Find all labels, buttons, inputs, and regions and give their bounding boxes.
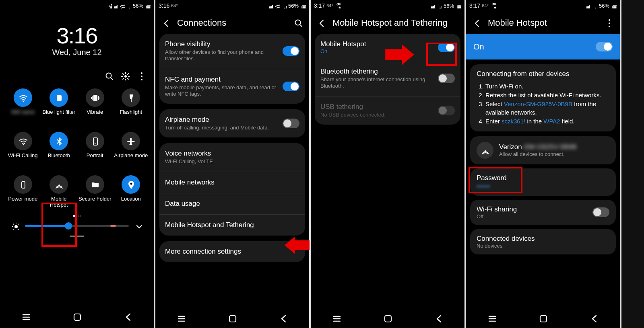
mute-status-icon	[268, 3, 274, 8]
tile-portrait[interactable]: Portrait	[78, 132, 112, 165]
nav-recents-icon[interactable]	[332, 314, 341, 323]
row-label: Data usage	[165, 200, 299, 208]
statusbar: 3:16 64° 56%	[155, 0, 309, 11]
row-wifi-sharing[interactable]: Wi-Fi sharing Off	[470, 200, 616, 225]
connected-devices-label: Connected devices	[477, 235, 535, 243]
row-mobile-hotspot[interactable]: Mobile Hotspot On	[315, 34, 460, 61]
battery-percent: 56%	[288, 3, 299, 9]
row-data-usage[interactable]: Data usage	[159, 193, 305, 214]
toggle-nfc[interactable]	[283, 82, 299, 91]
statusbar: 3:17 64° 56%	[466, 0, 620, 11]
tile-wifi-label: Wifi name	[11, 109, 35, 121]
row-label: Mobile Hotspot	[320, 40, 433, 48]
row-desc: Share your phone's internet connection u…	[320, 76, 433, 90]
statusbar: 3:17 64° 56%	[311, 0, 464, 11]
overflow-icon[interactable]	[137, 72, 146, 80]
back-button[interactable]	[473, 18, 481, 27]
nav-home-icon[interactable]	[383, 314, 392, 323]
brightness-slider[interactable]	[6, 222, 148, 230]
tile-label: Airplane mode	[114, 153, 148, 165]
tile-bluetooth[interactable]: Bluetooth	[42, 132, 76, 165]
row-connected-devices[interactable]: Connected devices No devices	[470, 229, 616, 254]
row-desc: No USB devices connected.	[320, 112, 433, 118]
nav-back-icon[interactable]	[279, 314, 288, 323]
toggle-wifi-sharing[interactable]	[592, 207, 609, 217]
toggle-mobile-hotspot[interactable]	[438, 43, 455, 52]
instruction-item: Turn Wi-Fi on.	[485, 82, 609, 91]
row-airplane-mode[interactable]: Airplane mode Turn off calling, messagin…	[159, 109, 305, 137]
instruction-item: Select Verizon-SM-G925V-0B9B from the av…	[485, 100, 609, 117]
overflow-icon[interactable]	[605, 18, 613, 27]
battery-percent: 56%	[133, 3, 143, 9]
row-desc: Allow other devices to find your phone a…	[165, 49, 278, 62]
row-label: NFC and payment	[165, 76, 278, 84]
row-network-name[interactable]: Verizon-SM-G925V-0B9B Allow all devices …	[470, 136, 616, 164]
nav-home-icon[interactable]	[72, 312, 81, 321]
toggle-phone-visibility[interactable]	[283, 46, 299, 56]
row-hotspot-tethering[interactable]: Mobile Hotspot and Tethering	[159, 214, 305, 236]
status-temp: 64°	[482, 3, 489, 8]
row-nfc-payment[interactable]: NFC and payment Make mobile payments, sh…	[159, 69, 305, 104]
panel-handle[interactable]	[70, 236, 84, 237]
tile-vibrate[interactable]: Vibrate	[78, 88, 112, 121]
toggle-bluetooth-tethering[interactable]	[438, 74, 455, 83]
signal-status-icon	[126, 3, 131, 8]
toggle-airplane[interactable]	[283, 119, 299, 128]
tile-mobile-hotspot[interactable]: Mobile Hotspot	[42, 175, 76, 208]
row-usb-tethering: USB tethering No USB devices connected.	[315, 96, 460, 125]
row-mobile-networks[interactable]: Mobile networks	[159, 172, 305, 193]
tile-airplane-mode[interactable]: Airplane mode	[114, 132, 149, 165]
row-voice-networks[interactable]: Voice networks Wi-Fi Calling, VoLTE	[159, 143, 305, 171]
tile-location[interactable]: Location	[114, 175, 149, 208]
nav-recents-icon[interactable]	[177, 314, 186, 323]
hotspot-on-banner[interactable]: On	[466, 34, 620, 59]
tile-label: Location	[121, 196, 141, 208]
nav-back-icon[interactable]	[590, 314, 599, 323]
signal-status-icon	[592, 3, 597, 8]
row-desc: Turn off calling, messaging, and Mobile …	[165, 125, 278, 131]
row-label: Mobile Hotspot and Tethering	[165, 221, 299, 229]
bluetooth-status-icon	[106, 3, 112, 8]
mute-status-icon	[113, 3, 118, 8]
back-button[interactable]	[162, 18, 171, 27]
battery-percent: 56%	[444, 3, 454, 9]
screen-quick-settings: 56% 3:16 Wed, June 12 Wifi name Blue lig…	[0, 0, 155, 328]
row-password[interactable]: Password ••••••	[470, 168, 616, 196]
status-time: 3:16	[159, 2, 169, 9]
chevron-down-icon[interactable]	[134, 222, 142, 230]
tile-label: Power mode	[8, 196, 37, 208]
nav-recents-icon[interactable]	[487, 314, 496, 323]
mute-status-icon	[430, 3, 436, 8]
settings-icon[interactable]	[121, 72, 130, 80]
wifi-status-icon	[275, 3, 280, 8]
search-icon[interactable]	[294, 18, 303, 27]
tile-wifi[interactable]: Wifi name	[6, 88, 40, 121]
tile-flashlight[interactable]: Flashlight	[114, 88, 149, 121]
row-phone-visibility[interactable]: Phone visibility Allow other devices to …	[159, 34, 305, 69]
row-label: More connection settings	[165, 248, 299, 256]
mute-status-icon	[585, 3, 591, 8]
nav-back-icon[interactable]	[124, 312, 132, 321]
tile-secure-folder[interactable]: Secure Folder	[78, 175, 112, 208]
search-icon[interactable]	[105, 72, 114, 80]
wifi-status-icon	[119, 3, 125, 8]
tile-blue-light[interactable]: Blue light filter	[42, 88, 76, 121]
brightness-icon	[11, 222, 19, 230]
row-bluetooth-tethering[interactable]: Bluetooth tethering Share your phone's i…	[315, 61, 460, 96]
page-title: Connections	[177, 18, 226, 28]
tile-wifi-calling[interactable]: Wi-Fi Calling	[6, 132, 40, 165]
nav-back-icon[interactable]	[434, 314, 443, 323]
ssid-prefix: Verizon	[499, 143, 522, 151]
row-label: USB tethering	[320, 103, 433, 111]
nav-recents-icon[interactable]	[21, 312, 30, 321]
nav-home-icon[interactable]	[539, 314, 547, 323]
toggle-hotspot-banner[interactable]	[596, 42, 613, 51]
tile-label: Wi-Fi Calling	[8, 153, 38, 165]
row-more-connection-settings[interactable]: More connection settings	[159, 241, 305, 262]
back-button[interactable]	[317, 18, 326, 27]
nav-home-icon[interactable]	[228, 314, 237, 323]
battery-icon	[300, 3, 306, 8]
tile-power-mode[interactable]: Power mode	[6, 175, 40, 208]
connected-devices-desc: No devices	[477, 243, 535, 249]
battery-icon	[456, 3, 461, 8]
